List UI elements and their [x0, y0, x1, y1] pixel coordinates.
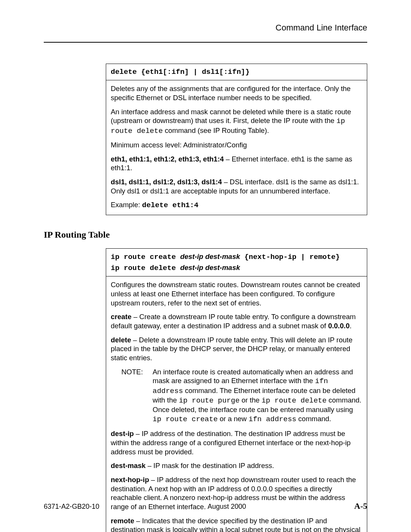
text: command.	[296, 415, 331, 423]
param-name: create	[111, 313, 132, 321]
page-number: A-5	[354, 501, 367, 511]
param-name: remote	[111, 517, 134, 525]
page-header-title: Command Line Interface	[44, 23, 367, 35]
text: ip route delete	[111, 264, 180, 272]
command-box-iproute: ip route create dest-ip dest-mask {next-…	[106, 248, 367, 532]
example: Example: delete eth1:4	[111, 200, 362, 210]
param-name: dsl1, dsl1:1, dsl1:2, dsl1:3, dsl1:4	[111, 178, 222, 186]
text: 0.0.0.0	[328, 322, 350, 330]
param-eth: eth1, eth1:1, eth1:2, eth1:3, eth1:4 – E…	[111, 155, 362, 173]
text: Example:	[111, 201, 142, 209]
text: or a new	[218, 415, 249, 423]
inline-code: delete eth1:4	[142, 201, 198, 209]
doc-date: August 2000	[207, 503, 246, 511]
param-name: eth1, eth1:1, eth1:2, eth1:3, eth1:4	[111, 155, 224, 163]
text: – IP address of the destination. The des…	[111, 430, 350, 455]
param-remote: remote – Indicates that the device speci…	[111, 516, 362, 532]
text: – DSL interface. dsl1 is the same as dsl…	[222, 178, 359, 186]
note-text: An interface route is created automatica…	[153, 367, 362, 424]
text: or the	[240, 396, 262, 404]
param-dsl: dsl1, dsl1:1, dsl1:2, dsl1:3, dsl1:4 – D…	[111, 177, 362, 195]
command-box-delete: delete {eth1[:ifn] | dsl1[:ifn]} Deletes…	[106, 64, 367, 215]
inline-code: ip route purge	[179, 396, 240, 405]
param-name: dest-mask	[111, 462, 146, 470]
param-name: delete	[111, 336, 131, 344]
text: – IP mask for the destination IP address…	[146, 462, 274, 470]
param-dest-mask: dest-mask – IP mask for the destination …	[111, 461, 362, 470]
param-placeholder: dest-ip dest-mask	[180, 264, 240, 272]
command-syntax-delete: delete {eth1[:ifn] | dsl1[:ifn]}	[106, 64, 367, 80]
note-label: NOTE:	[121, 367, 153, 424]
param-name: next-hop-ip	[111, 476, 149, 484]
text: – Create a downstream IP route table ent…	[111, 313, 356, 330]
section-heading-ip-routing: IP Routing Table	[44, 230, 367, 240]
desc-text: An interface address and mask cannot be …	[111, 107, 362, 136]
text: An interface address and mask cannot be …	[111, 108, 351, 125]
text: Only dsl1 or dsl1:1 are acceptable input…	[111, 187, 330, 195]
param-delete: delete – Delete a downstream IP route ta…	[111, 335, 362, 363]
text: .	[350, 322, 352, 330]
text: {next-hop-ip | remote}	[240, 253, 340, 261]
page-footer: 6371-A2-GB20-10 August 2000 A-5	[44, 501, 367, 511]
text: – Delete a downstream IP route table ent…	[111, 336, 352, 362]
text: ip route create	[111, 253, 180, 261]
param-name: dest-ip	[111, 430, 134, 438]
doc-number: 6371-A2-GB20-10	[44, 503, 99, 511]
desc-text: Configures the downstream static routes.…	[111, 280, 362, 307]
desc-text: Deletes any of the assignments that are …	[111, 84, 362, 102]
inline-code: ifn address	[249, 415, 296, 423]
command-syntax-iproute: ip route create dest-ip dest-mask {next-…	[106, 249, 367, 277]
note-block: NOTE: An interface route is created auto…	[121, 367, 362, 424]
text: – Indicates that the device specified by…	[111, 517, 360, 532]
param-placeholder: dest-ip dest-mask	[180, 252, 240, 260]
inline-code: ip route delete	[261, 396, 327, 405]
text: command (see IP Routing Table).	[163, 126, 269, 134]
param-dest-ip: dest-ip – IP address of the destination.…	[111, 429, 362, 456]
inline-code: ip route create	[153, 415, 218, 423]
param-create: create – Create a downstream IP route ta…	[111, 312, 362, 330]
access-level: Minimum access level: Administrator/Conf…	[111, 141, 362, 150]
